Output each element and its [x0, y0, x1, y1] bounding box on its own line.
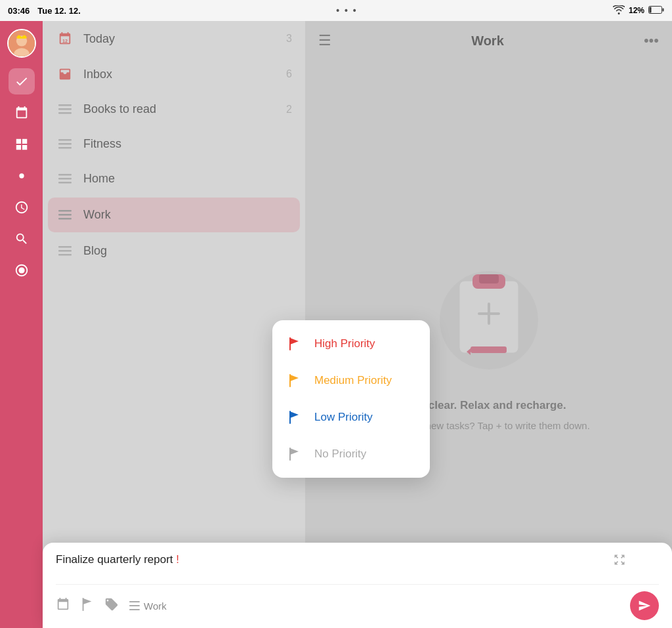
- toolbar-flag-icon[interactable]: [81, 597, 94, 615]
- svg-rect-1: [663, 8, 664, 11]
- no-priority-flag-icon: [285, 445, 304, 463]
- sidebar-item-grid[interactable]: [9, 131, 35, 157]
- low-priority-flag-icon: [285, 408, 304, 427]
- medium-priority-label: Medium Priority: [314, 374, 392, 387]
- medium-priority-flag-icon: [285, 371, 304, 390]
- svg-rect-33: [129, 605, 140, 606]
- input-text-area[interactable]: Finalize quarterly report !: [56, 553, 659, 585]
- no-priority-label: No Priority: [314, 448, 366, 461]
- icon-strip: [0, 21, 43, 628]
- high-priority-flag-icon: [285, 335, 304, 353]
- svg-rect-32: [129, 601, 140, 602]
- priority-medium[interactable]: Medium Priority: [272, 362, 430, 399]
- dots-icon: • • •: [336, 5, 357, 16]
- status-date: Tue 12. 12.: [37, 6, 81, 16]
- status-bar: 03:46 Tue 12. 12. • • • 12%: [0, 0, 672, 21]
- battery-text: 12%: [629, 6, 644, 15]
- sidebar-item-check[interactable]: [9, 68, 35, 94]
- input-exclamation: !: [176, 553, 179, 566]
- avatar[interactable]: [7, 29, 36, 58]
- wifi-icon: [613, 5, 625, 16]
- svg-point-7: [18, 267, 24, 273]
- svg-rect-34: [129, 609, 140, 610]
- toolbar-list-name: Work: [144, 600, 167, 612]
- priority-high[interactable]: High Priority: [272, 325, 430, 362]
- input-toolbar: Work: [56, 585, 659, 620]
- sidebar-item-dot[interactable]: [9, 163, 35, 189]
- priority-popup: High Priority Medium Priority Low Priori…: [272, 320, 430, 478]
- svg-point-6: [19, 173, 24, 178]
- toolbar-tag-icon[interactable]: [104, 597, 119, 615]
- high-priority-label: High Priority: [314, 337, 375, 350]
- avatar-image: [9, 30, 35, 56]
- priority-none[interactable]: No Priority: [272, 436, 430, 472]
- send-button[interactable]: [630, 591, 659, 620]
- sidebar-item-calendar[interactable]: [9, 100, 35, 126]
- expand-icon[interactable]: [613, 553, 626, 569]
- sidebar-item-circle[interactable]: [9, 257, 35, 283]
- low-priority-label: Low Priority: [314, 411, 373, 424]
- priority-low[interactable]: Low Priority: [272, 399, 430, 436]
- input-bar: Finalize quarterly report !: [43, 543, 672, 628]
- status-time: 03:46: [8, 6, 30, 16]
- svg-rect-2: [650, 7, 652, 12]
- input-text-content: Finalize quarterly report: [56, 553, 176, 566]
- toolbar-calendar-icon[interactable]: [56, 597, 70, 615]
- sidebar-item-clock[interactable]: [9, 194, 35, 220]
- battery-icon: [648, 6, 664, 16]
- toolbar-list-label[interactable]: Work: [129, 600, 167, 612]
- sidebar-item-search[interactable]: [9, 226, 35, 252]
